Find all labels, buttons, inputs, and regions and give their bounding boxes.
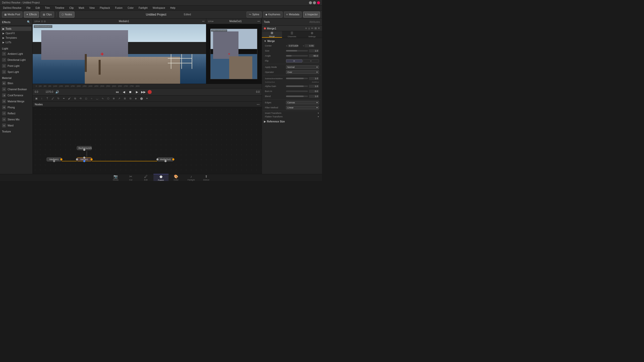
flip-v-btn[interactable]: V [303,59,319,63]
color-tool[interactable]: ⬤ [139,96,144,101]
next-frame-button[interactable]: ▶▶ [141,90,146,94]
rotate-tool[interactable]: ↻ [56,96,61,101]
nav-fairlight[interactable]: ♪ Fairlight [184,174,199,181]
nav-fusion[interactable]: ⬟ Fusion [153,174,169,181]
center-y-value[interactable]: 0.55 [305,44,315,47]
node-background1[interactable]: Background1 [77,146,92,150]
directional-light-item[interactable]: ↗ Directional Light [0,57,32,63]
edges-dropdown[interactable]: Canvas ▾ [286,101,319,104]
keyframes-button[interactable]: ◆ Keyframes [263,12,283,18]
reflect-item[interactable]: ↺ Reflect [0,110,32,116]
left-zoom[interactable]: 18%▾ [34,20,40,23]
nav-media[interactable]: 📷 Media [108,174,123,181]
blend-slider[interactable] [286,96,308,97]
insp-tab-channels[interactable]: ☰ Channels [282,31,302,38]
node-ctrl-2[interactable]: ⤓ [308,27,310,30]
ambient-light-item[interactable]: ☀ Ambient Light [0,51,32,57]
flatten-transform-row[interactable]: Flatten Transform ▾ [263,115,321,118]
right-viewer-content[interactable]: 1080x1920xfloat32 [206,24,261,84]
subadditive-value[interactable]: 1.0 [309,77,319,80]
menu-mark[interactable]: Mark [78,6,85,10]
right-zoom[interactable]: 10%▾ [208,20,214,23]
size-value[interactable]: 1.0 [309,49,319,52]
copy-tool[interactable]: ⧉ [128,96,133,101]
inspector-tabs-attrs[interactable]: Attributes [309,21,320,23]
blend-value[interactable]: 1.0 [309,95,319,98]
burn-in-slider[interactable] [286,90,308,92]
cooktorrance-item[interactable]: ◑ CookTorrance [0,92,32,98]
channel-boolean-item[interactable]: ⊕ Channel Boolean [0,86,32,92]
particle-tool[interactable]: ✦ [144,96,149,101]
viewer-fit-icon[interactable]: ⊡ [41,20,43,23]
shape-tool[interactable]: ○ [89,96,94,101]
nav-cut[interactable]: ✂ Cut [123,174,138,181]
viewer-zoom-icon[interactable]: ⊟ [44,20,46,23]
flip-h-btn[interactable]: H [286,59,302,63]
effects-button[interactable]: ✦ Effects [24,12,39,18]
phong-item[interactable]: ◓ Phong [0,104,32,110]
close-button[interactable] [317,1,320,4]
left-tab-tools[interactable]: ▶ Tools [1,27,31,31]
menu-view[interactable]: View [88,6,96,10]
bspline-tool[interactable]: ∿ [100,96,105,101]
merge1-bg-port[interactable] [83,157,85,159]
spot-light-item[interactable]: ◎ Spot Light [0,69,32,75]
merge-section-header[interactable]: ▼ Merge [263,39,321,43]
left-tab-templates[interactable]: ▶ Templates [1,36,31,40]
merge1-bottom-port[interactable] [83,160,85,162]
node-ctrl-1[interactable]: ≡ [305,27,307,30]
alpha-gain-value[interactable]: 1.0 [309,85,319,88]
go-start-button[interactable]: ⏮ [115,90,119,94]
apply-mode-dropdown[interactable]: Normal ▾ [286,65,319,69]
node-mediaout1[interactable]: MediaOut1 [157,157,174,161]
menu-fusion[interactable]: Fusion [114,6,124,10]
node-ctrl-3[interactable]: ✏ [311,27,313,30]
mask-tool[interactable]: ◻ [84,96,89,101]
node-merge1[interactable]: Merge1 [77,157,92,161]
blinn-item[interactable]: ◐ Blinn [0,80,32,86]
menu-edit[interactable]: Edit [34,6,41,10]
extra-tool[interactable]: ◈ [133,96,138,101]
mediaout1-in-port[interactable] [156,158,158,160]
ward-item[interactable]: ◈ Ward [0,122,32,128]
node-ctrl-5[interactable]: ✕ [318,27,320,30]
left-viewer-more[interactable]: ••• [202,20,205,23]
magnify-tool[interactable]: ⊕ [111,96,116,101]
menu-file[interactable]: File [25,6,31,10]
arrow-tool[interactable]: ↗ [117,96,122,101]
warp-tool[interactable]: ⟲ [78,96,83,101]
effects-search-icon[interactable]: 🔍 [27,20,30,24]
operator-dropdown[interactable]: Over ▾ [286,70,319,74]
paint-tool[interactable]: 🖊 [50,96,55,101]
nodes-canvas[interactable]: MediaIn1 Background1 Merge1 [33,107,262,174]
node-mediain1[interactable]: MediaIn1 [47,157,62,161]
polygon-tool[interactable]: ⬡ [106,96,111,101]
track-tool[interactable]: ⊞ [122,96,127,101]
stereo-mix-item[interactable]: ⊗ Stereo Mix [0,116,32,122]
subadditive-slider[interactable] [286,78,308,79]
point-light-item[interactable]: ● Point Light [0,63,32,69]
mediaout1-bottom-port[interactable] [165,160,167,162]
center-x-value[interactable]: 0.571428 [288,44,298,47]
insp-tab-merge[interactable]: ⊞ Merge [262,31,282,38]
clone-tool[interactable]: ⧉ [72,96,77,101]
loop-button[interactable] [148,90,152,94]
node-ctrl-4[interactable]: ⊞ [314,27,317,30]
invert-transform-row[interactable]: Invert Transform ▾ [263,111,321,115]
merge1-in-port[interactable] [76,158,78,160]
material-merge-item[interactable]: ⊞ Material Merge [0,98,32,104]
menu-trim[interactable]: Trim [44,6,51,10]
spline-button[interactable]: 〜 Spline [247,12,262,18]
clips-button[interactable]: ▤ Clips [41,12,54,18]
volume-icon[interactable]: 🔊 [55,90,59,94]
prev-frame-button[interactable]: ◀ [122,90,126,94]
stop-button[interactable]: ⏹ [128,90,133,94]
menu-workspace[interactable]: Workspace [152,6,166,10]
text-tool[interactable]: T [45,96,50,101]
pen-tool[interactable]: ✒ [61,96,66,101]
media-pool-button[interactable]: ▦ Media Pool [2,12,22,18]
angle-slider[interactable] [286,55,308,57]
filter-method-dropdown[interactable]: Linear ▾ [286,106,319,109]
left-tab-openfx[interactable]: ▶ OpenFX [1,31,31,35]
menu-clip[interactable]: Clip [68,6,75,10]
